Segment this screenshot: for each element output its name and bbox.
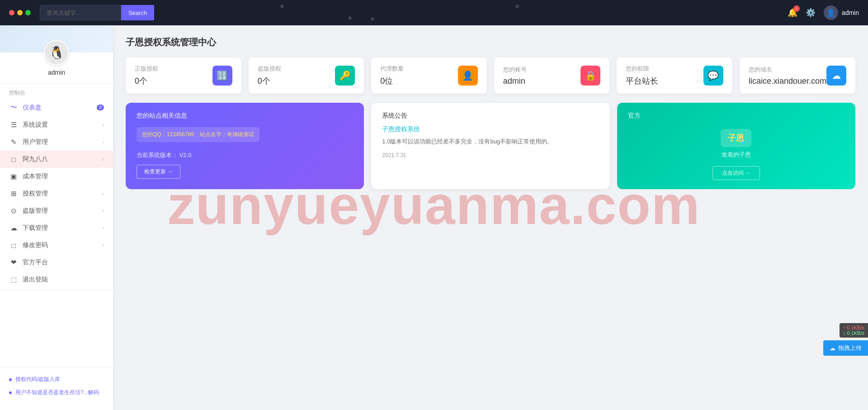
- box-icon: □: [9, 156, 18, 163]
- sidebar-item-ajiuba[interactable]: □ 阿九八八 ›: [0, 151, 113, 168]
- version-value: V2.0: [179, 152, 192, 158]
- user-avatar-header: 👤: [824, 5, 838, 20]
- sidebar-item-download[interactable]: ☁ 下载管理 ›: [0, 219, 113, 237]
- deco-dot-4: [515, 5, 519, 8]
- maximize-dot: [25, 10, 31, 15]
- stat-icon-agents: 👤: [458, 66, 478, 86]
- upload-button[interactable]: ☁ 拖拽上传: [823, 340, 868, 356]
- chevron-right-icon: ›: [102, 208, 104, 214]
- stat-value: admin: [503, 76, 527, 86]
- sidebar-item-logout[interactable]: ⬚ 退出登陆: [0, 271, 113, 288]
- notice-content: 1.0版本可以说功能已经差不多完全，没有bug不影响正常使用的。: [382, 137, 599, 147]
- sidebar-profile: 🐧 admin: [0, 25, 113, 84]
- stat-card-piracy-auth: 盗版授权 0个 🔑: [249, 57, 364, 94]
- visit-button[interactable]: 点击访问 →: [712, 166, 760, 180]
- notice-card-title: 系统公告: [382, 112, 599, 120]
- sidebar-item-label: 授权管理: [23, 190, 48, 198]
- site-info-qq: 您的QQ：123456789 站点名字：奇偶锻测试: [137, 127, 259, 142]
- search-button[interactable]: Search: [121, 5, 154, 20]
- sidebar-item-label: 成本管理: [23, 172, 48, 181]
- stat-value: licaice.xiandouer.com: [749, 76, 826, 86]
- official-logo-text: 子恩: [728, 133, 744, 143]
- sidebar-item-label: 修改密码: [23, 241, 48, 249]
- sidebar-item-auth[interactable]: ⊞ 授权管理 ›: [0, 185, 113, 202]
- chevron-right-icon: ›: [102, 139, 104, 145]
- close-dot: [9, 10, 14, 15]
- sidebar-item-settings[interactable]: ☰ 系统设置 ›: [0, 116, 113, 133]
- page-title: 子恩授权系统管理中心: [126, 36, 855, 48]
- avatar: 🐧: [44, 40, 69, 65]
- deco-dot-1: [280, 5, 284, 8]
- stat-card-agents: 代理数量 0位 👤: [371, 57, 487, 94]
- stat-label: 您的权限: [626, 65, 658, 73]
- stat-icon-permission: 💬: [703, 66, 723, 86]
- settings-icon[interactable]: ⚙️: [806, 8, 816, 18]
- stat-card-official-auth: 正版授权 0个 🔢: [126, 57, 241, 94]
- stat-label: 您的账号: [503, 66, 527, 74]
- user-menu[interactable]: 👤 admin: [824, 5, 859, 20]
- sidebar-item-label: 用户管理: [23, 138, 48, 146]
- notice-card: 系统公告 子恩授权系统 1.0版本可以说功能已经差不多完全，没有bug不影响正常…: [371, 103, 609, 189]
- qq-label: 您的QQ：: [142, 131, 167, 138]
- users-icon: ✎: [9, 138, 18, 146]
- download-icon: ☁: [9, 224, 18, 232]
- search-area: Search: [40, 5, 154, 20]
- stat-card-domain: 您的域名 licaice.xiandouer.com ☁: [740, 57, 855, 94]
- auth-icon: ⊞: [9, 190, 18, 198]
- sidebar-divider: [0, 290, 113, 291]
- sidebar-username: admin: [48, 69, 65, 76]
- site-info-qq-row: 您的QQ：123456789 站点名字：奇偶锻测试: [137, 127, 353, 146]
- stat-card-permission: 您的权限 平台站长 💬: [617, 57, 732, 94]
- official-logo-box: 子恩: [721, 129, 751, 147]
- site-name-value: 奇偶锻测试: [227, 131, 254, 138]
- official-card-title: 官方: [628, 112, 641, 120]
- stat-label: 正版授权: [135, 65, 158, 73]
- sidebar-footer: 授权代码/盗版入库 用户不知道是否是老生存活?...解码: [0, 367, 113, 401]
- deco-dot-3: [371, 17, 374, 21]
- sidebar-item-dashboard[interactable]: 〜 仪表盘 0: [0, 99, 113, 116]
- stat-card-left: 您的账号 admin: [503, 66, 527, 86]
- dashboard-icon: 〜: [9, 103, 18, 112]
- password-icon: □: [9, 242, 18, 249]
- logout-icon: ⬚: [9, 276, 18, 284]
- chevron-right-icon: ›: [102, 156, 104, 162]
- version-label: 当前系统版本：: [137, 152, 178, 158]
- footer-item-2[interactable]: 用户不知道是否是老生存活?...解码: [9, 386, 104, 399]
- footer-item-1[interactable]: 授权代码/盗版入库: [9, 373, 104, 386]
- sidebar-item-label: 退出登陆: [23, 276, 48, 284]
- stat-label: 盗版授权: [258, 65, 281, 73]
- site-info-card-title: 您的站点相关信息: [137, 112, 353, 120]
- sidebar-item-official[interactable]: ❤ 官方平台: [0, 254, 113, 271]
- notice-link[interactable]: 子恩授权系统: [382, 125, 599, 133]
- stat-value: 平台站长: [626, 76, 658, 86]
- window-controls: [9, 10, 31, 15]
- search-input[interactable]: [40, 5, 121, 20]
- chevron-right-icon: ›: [102, 225, 104, 231]
- notification-badge: !: [793, 5, 800, 12]
- notification-bell[interactable]: 🔔 !: [788, 8, 797, 18]
- dot-icon: [9, 391, 12, 394]
- download-speed: ↓ 0.1KB/s: [843, 330, 864, 336]
- stat-icon-official-auth: 🔢: [212, 66, 232, 86]
- sidebar-item-label: 系统设置: [23, 121, 48, 129]
- minimize-dot: [17, 10, 23, 15]
- sidebar-item-cost[interactable]: ▣ 成本管理: [0, 168, 113, 185]
- main-content: 子恩授权系统管理中心 正版授权 0个 🔢 盗版授权 0个 🔑 代理数量: [113, 25, 868, 410]
- chevron-right-icon: ›: [102, 122, 104, 128]
- stat-value: 0个: [135, 76, 158, 86]
- site-info-card: 您的站点相关信息 您的QQ：123456789 站点名字：奇偶锻测试 当前系统版…: [126, 103, 364, 189]
- sidebar-item-users[interactable]: ✎ 用户管理 ›: [0, 133, 113, 151]
- check-update-button[interactable]: 检查更新 →: [137, 165, 180, 179]
- sidebar-item-change-pwd[interactable]: □ 修改密码 ›: [0, 237, 113, 254]
- header-right: 🔔 ! ⚙️ 👤 admin: [788, 5, 859, 20]
- deco-dot-2: [348, 16, 352, 20]
- footer-label-2: 用户不知道是否是老生存活?...解码: [15, 389, 99, 396]
- stat-icon-piracy-auth: 🔑: [335, 66, 355, 86]
- notice-date: 2021.7.31: [382, 152, 599, 158]
- official-card: 官方 子恩 发着的子恩 点击访问 →: [617, 103, 855, 189]
- cloud-upload-icon: ☁: [830, 345, 835, 352]
- header: Search 🔔 ! ⚙️ 👤 admin: [0, 0, 868, 25]
- sidebar-item-label: 下载管理: [23, 224, 48, 232]
- sidebar-item-piracy[interactable]: ⊙ 盗版管理 ›: [0, 202, 113, 219]
- stat-card-left: 您的域名 licaice.xiandouer.com: [749, 66, 826, 86]
